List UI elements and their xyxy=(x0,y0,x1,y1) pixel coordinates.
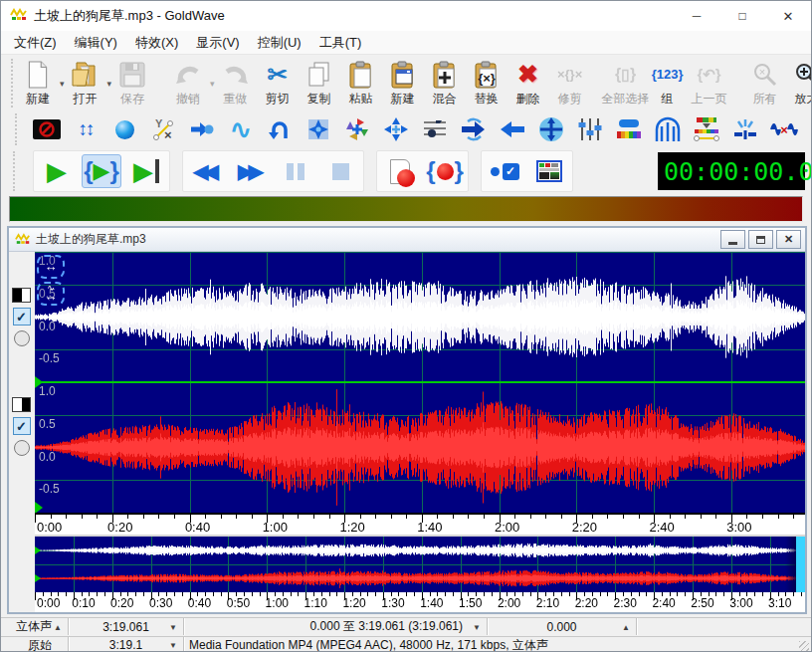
pipes-icon[interactable] xyxy=(653,114,683,144)
quality-cell[interactable]: 原始 xyxy=(1,637,69,652)
group-button[interactable]: {123} 组 xyxy=(647,58,689,109)
control-properties-button[interactable] xyxy=(529,154,569,188)
right-channel-radio[interactable] xyxy=(14,440,30,456)
record-button[interactable] xyxy=(380,154,420,188)
close-button[interactable]: ✕ xyxy=(765,1,811,31)
resample-icon[interactable] xyxy=(459,114,489,144)
silence-icon[interactable] xyxy=(32,114,62,144)
document-title-bar[interactable]: 土坡上的狗尾草.mp3 ✕ xyxy=(9,228,805,252)
copy-button[interactable]: 复制 xyxy=(299,58,340,109)
down-arrow-icon[interactable]: ▼ xyxy=(169,641,177,650)
replace-button[interactable]: {×} 替换 xyxy=(466,58,508,109)
overview-time-axis[interactable] xyxy=(35,592,805,612)
maximize-button[interactable]: □ xyxy=(719,1,765,31)
stop-button[interactable] xyxy=(320,154,360,188)
trim-button[interactable]: ×{}× 修剪 xyxy=(549,58,591,109)
save-button[interactable]: 保存 xyxy=(111,58,153,109)
dynamics-icon[interactable] xyxy=(109,114,139,144)
zoom-all-button[interactable]: × 所有 xyxy=(744,58,786,109)
redo-button[interactable]: 重做 xyxy=(215,58,257,109)
toolbar-drag-handle[interactable] xyxy=(15,113,19,145)
up-arrow-icon[interactable]: ▲ xyxy=(622,622,630,631)
brace-left-icon: { xyxy=(426,159,435,183)
main-waveform-canvas[interactable] xyxy=(35,252,805,513)
undo-button[interactable]: 撤销 xyxy=(167,58,209,109)
menu-file[interactable]: 文件(Z) xyxy=(5,31,66,55)
record-dot-icon xyxy=(437,163,454,180)
mix-button[interactable]: 混合 xyxy=(424,58,466,109)
cut-scissors-icon: ✂ xyxy=(268,60,288,90)
smoother-icon[interactable] xyxy=(730,114,760,144)
selection-cell[interactable]: 0.000 至 3:19.061 (3:19.061) ▼ xyxy=(184,618,488,635)
menu-view[interactable]: 显示(V) xyxy=(187,31,248,55)
selection-adjust-button[interactable]: ↔ xyxy=(37,255,65,279)
down-arrow-icon[interactable]: ▼ xyxy=(473,622,481,631)
minimize-button[interactable]: ─ xyxy=(674,1,719,31)
monitor-button[interactable]: ✓ xyxy=(485,154,524,188)
fast-forward-button[interactable]: ▶▶ xyxy=(231,154,271,188)
play-to-end-button[interactable]: ▶ xyxy=(126,154,166,188)
resize-grip[interactable] xyxy=(799,641,809,651)
mechanize-icon[interactable] xyxy=(342,114,372,144)
main-toolbar: 新建 ▾ 打开 ▾ 保存 撤销 ▾ 重做 ✂ 剪切 复制 xyxy=(1,56,811,110)
right-channel-checkbox[interactable]: ✓ xyxy=(13,417,31,435)
offset-icon[interactable] xyxy=(187,114,217,144)
volume-shape-icon[interactable] xyxy=(536,114,566,144)
channel-mode-cell[interactable]: 立体声 ▲ xyxy=(1,618,69,635)
menu-control[interactable]: 控制(U) xyxy=(249,31,310,55)
play-button[interactable]: ▶ xyxy=(37,154,77,188)
expression-evaluator-icon[interactable]: Y× xyxy=(148,114,178,144)
right-channel-icon[interactable] xyxy=(12,397,31,412)
new-button[interactable]: 新建 xyxy=(17,58,59,109)
select-all-button[interactable]: {▯} 全部选择 xyxy=(605,58,647,109)
open-button[interactable]: 打开 xyxy=(65,58,106,109)
interpolate-icon[interactable] xyxy=(381,114,411,144)
cut-button[interactable]: ✂ 剪切 xyxy=(257,58,299,109)
flanger-icon[interactable]: ∿ xyxy=(226,114,256,144)
doc-restore-button[interactable] xyxy=(748,230,773,249)
left-channel-icon[interactable] xyxy=(12,288,31,303)
paste-button[interactable]: 粘贴 xyxy=(340,58,382,109)
play-icon: ▶ xyxy=(133,158,153,184)
zoom-in-button[interactable]: 放大 xyxy=(786,58,812,109)
doc-minimize-button[interactable] xyxy=(720,230,745,249)
goldwave-window: 土坡上的狗尾草.mp3 - GoldWave ─ □ ✕ 文件(Z) 编辑(Y)… xyxy=(0,0,812,652)
monitor-dot-icon xyxy=(491,167,500,176)
up-arrow-icon[interactable]: ▲ xyxy=(54,622,62,631)
record-selection-button[interactable]: { } xyxy=(425,154,465,188)
length-cell[interactable]: 3:19.061 ▼ xyxy=(69,618,184,635)
selection-handles: ↔ ∿↔ xyxy=(37,255,65,306)
main-time-axis[interactable] xyxy=(35,513,805,535)
play-selection-button[interactable]: { ▶ } xyxy=(82,154,121,188)
pause-button[interactable] xyxy=(276,154,315,188)
pitch-icon[interactable] xyxy=(420,114,450,144)
record-icon xyxy=(390,159,410,184)
toolbar-drag-handle[interactable] xyxy=(11,59,13,108)
menu-edit[interactable]: 编辑(Y) xyxy=(66,31,126,55)
crossfade-icon[interactable]: × xyxy=(769,114,799,144)
selection-fine-adjust-button[interactable]: ∿↔ xyxy=(37,282,65,306)
delete-button[interactable]: ✖ 删除 xyxy=(508,58,549,109)
equalizer-icon[interactable] xyxy=(575,114,605,144)
rewind-button[interactable]: ◀◀ xyxy=(186,154,226,188)
shift-left-icon[interactable] xyxy=(498,114,527,144)
save-floppy-icon xyxy=(118,60,146,90)
reverse-icon[interactable] xyxy=(265,114,295,144)
left-channel-radio[interactable] xyxy=(14,330,30,346)
left-channel-checkbox[interactable]: ✓ xyxy=(13,308,31,326)
file-length-cell[interactable]: 3:19.1 ▼ xyxy=(69,637,184,652)
position-cell[interactable]: 0.000 ▲ xyxy=(488,618,637,635)
echo-icon[interactable] xyxy=(304,114,333,144)
menu-tools[interactable]: 工具(T) xyxy=(310,31,371,55)
paste-as-new-button[interactable]: 新建 xyxy=(382,58,424,109)
overview-waveform-canvas[interactable] xyxy=(35,537,805,592)
toolbar-drag-handle[interactable] xyxy=(13,151,17,191)
doc-close-button[interactable]: ✕ xyxy=(776,230,801,249)
doppler-icon[interactable]: ↕↕ xyxy=(71,114,101,144)
menu-effects[interactable]: 特效(X) xyxy=(126,31,187,55)
down-arrow-icon[interactable]: ▼ xyxy=(169,622,177,631)
noise-reduction-icon[interactable] xyxy=(692,114,721,144)
document-title: 土坡上的狗尾草.mp3 xyxy=(36,231,146,248)
spectrum-filter-icon[interactable] xyxy=(614,114,644,144)
previous-button[interactable]: {↶} 上一页 xyxy=(689,58,730,109)
